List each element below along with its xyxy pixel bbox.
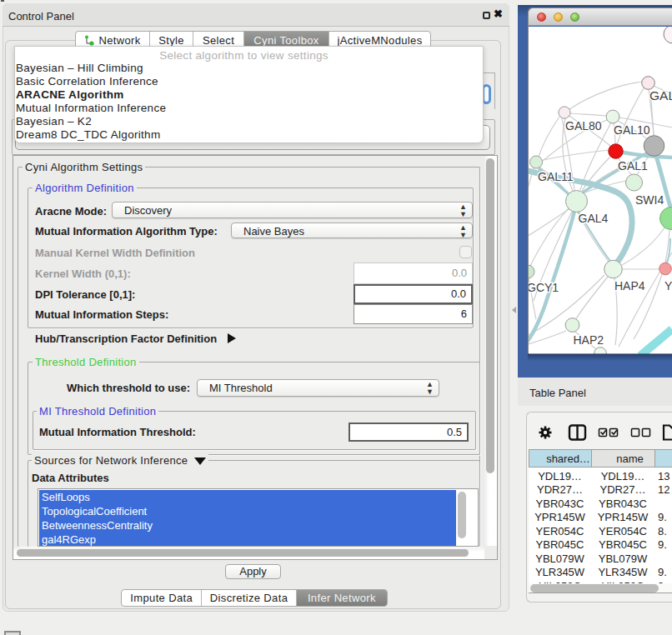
- svg-text:GAL11: GAL11: [538, 170, 574, 183]
- svg-text:GAL4: GAL4: [579, 212, 609, 225]
- svg-text:GAL10: GAL10: [614, 123, 650, 137]
- svg-text:Y: Y: [664, 279, 672, 292]
- svg-text:GAL1: GAL1: [618, 159, 648, 172]
- svg-text:HAP2: HAP2: [574, 333, 604, 347]
- svg-text:HAP4: HAP4: [614, 279, 645, 292]
- svg-text:GAL: GAL: [649, 88, 672, 102]
- svg-text:GCY1: GCY1: [529, 281, 559, 294]
- svg-text:GAL80: GAL80: [565, 119, 602, 132]
- svg-text:SWI4: SWI4: [635, 193, 664, 207]
